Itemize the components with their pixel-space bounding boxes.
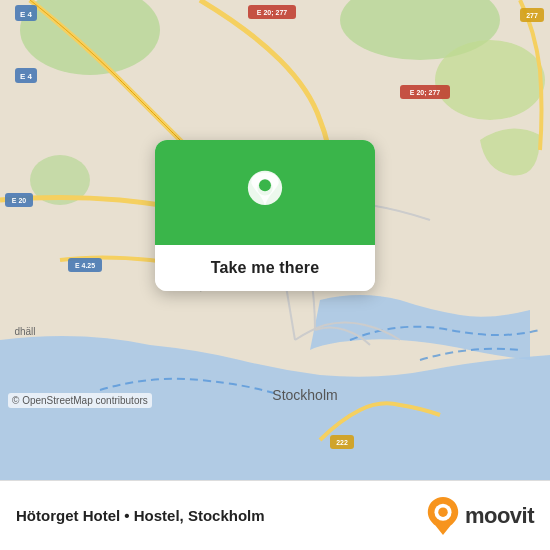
svg-text:E 20; 277: E 20; 277 xyxy=(410,89,440,97)
svg-text:277: 277 xyxy=(526,12,538,19)
moovit-logo: moovit xyxy=(427,497,534,535)
card-header xyxy=(155,140,375,245)
svg-text:E 4: E 4 xyxy=(20,10,33,19)
svg-text:Stockholm: Stockholm xyxy=(272,387,337,403)
svg-text:dhäll: dhäll xyxy=(14,326,35,337)
location-card: Take me there xyxy=(155,140,375,291)
location-pin-icon xyxy=(241,169,289,217)
svg-point-3 xyxy=(435,40,545,120)
moovit-brand-text: moovit xyxy=(465,503,534,529)
svg-text:E 20; 277: E 20; 277 xyxy=(257,9,287,17)
place-info: Hötorget Hotel • Hostel, Stockholm xyxy=(16,507,265,524)
svg-text:E 20: E 20 xyxy=(12,197,27,204)
svg-text:E 4.25: E 4.25 xyxy=(75,262,95,269)
svg-point-25 xyxy=(259,179,271,191)
take-me-there-button[interactable]: Take me there xyxy=(155,245,375,291)
map-attribution: © OpenStreetMap contributors xyxy=(8,393,152,408)
map-container: E 4 E 20 E 20; 277 277 E 20; 277 E 4 E 4… xyxy=(0,0,550,480)
svg-text:E 4: E 4 xyxy=(20,72,33,81)
moovit-pin-icon xyxy=(427,497,459,535)
svg-point-27 xyxy=(438,507,448,517)
svg-text:222: 222 xyxy=(336,439,348,446)
bottom-bar: Hötorget Hotel • Hostel, Stockholm moovi… xyxy=(0,480,550,550)
place-name: Hötorget Hotel • Hostel, Stockholm xyxy=(16,507,265,524)
